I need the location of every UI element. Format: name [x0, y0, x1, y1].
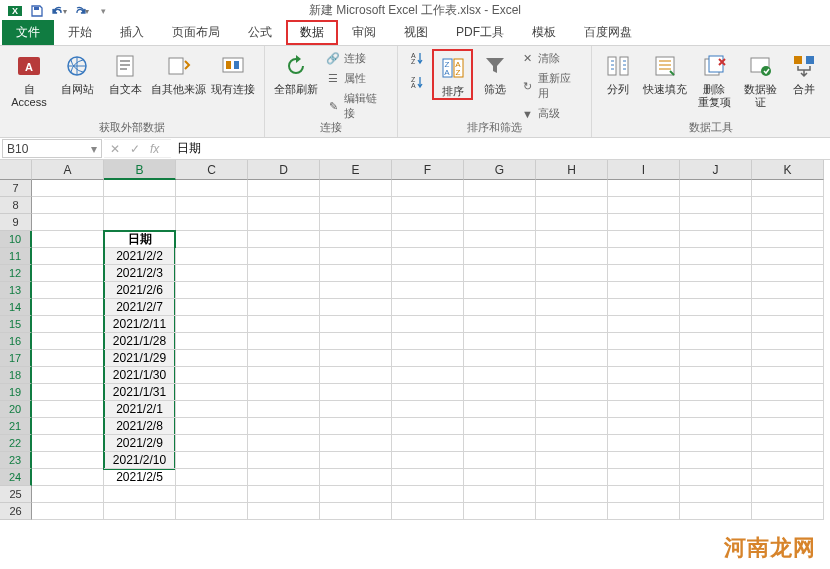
cell-G8[interactable] — [464, 197, 536, 214]
cell-J13[interactable] — [680, 282, 752, 299]
cell-A25[interactable] — [32, 486, 104, 503]
cell-K23[interactable] — [752, 452, 824, 469]
cell-K8[interactable] — [752, 197, 824, 214]
cell-G9[interactable] — [464, 214, 536, 231]
cell-G14[interactable] — [464, 299, 536, 316]
cell-A23[interactable] — [32, 452, 104, 469]
cell-D15[interactable] — [248, 316, 320, 333]
cell-J21[interactable] — [680, 418, 752, 435]
cell-A7[interactable] — [32, 180, 104, 197]
cell-F9[interactable] — [392, 214, 464, 231]
row-header-26[interactable]: 26 — [0, 503, 32, 520]
cell-E21[interactable] — [320, 418, 392, 435]
row-header-14[interactable]: 14 — [0, 299, 32, 316]
cell-C8[interactable] — [176, 197, 248, 214]
cell-I8[interactable] — [608, 197, 680, 214]
cell-K25[interactable] — [752, 486, 824, 503]
data-validation-button[interactable]: 数据验 证 — [738, 49, 782, 109]
cell-E7[interactable] — [320, 180, 392, 197]
cell-C7[interactable] — [176, 180, 248, 197]
cell-F24[interactable] — [392, 469, 464, 486]
cell-C19[interactable] — [176, 384, 248, 401]
fx-icon[interactable]: fx — [150, 142, 159, 156]
cell-E25[interactable] — [320, 486, 392, 503]
cell-H16[interactable] — [536, 333, 608, 350]
cell-F23[interactable] — [392, 452, 464, 469]
select-all-corner[interactable] — [0, 160, 32, 180]
row-header-22[interactable]: 22 — [0, 435, 32, 452]
row-header-16[interactable]: 16 — [0, 333, 32, 350]
from-access-button[interactable]: A 自 Access — [6, 49, 52, 109]
cell-K14[interactable] — [752, 299, 824, 316]
cell-D11[interactable] — [248, 248, 320, 265]
text-to-columns-button[interactable]: 分列 — [598, 49, 638, 96]
row-header-17[interactable]: 17 — [0, 350, 32, 367]
cell-C17[interactable] — [176, 350, 248, 367]
cell-C22[interactable] — [176, 435, 248, 452]
cell-C15[interactable] — [176, 316, 248, 333]
cell-B25[interactable] — [104, 486, 176, 503]
sort-desc-button[interactable]: ZA — [404, 73, 430, 91]
cell-A15[interactable] — [32, 316, 104, 333]
cell-E20[interactable] — [320, 401, 392, 418]
tab-pdf[interactable]: PDF工具 — [442, 20, 518, 45]
cell-G7[interactable] — [464, 180, 536, 197]
row-header-12[interactable]: 12 — [0, 265, 32, 282]
cell-H22[interactable] — [536, 435, 608, 452]
cell-B14[interactable]: 2021/2/7 — [104, 299, 176, 316]
cell-I19[interactable] — [608, 384, 680, 401]
cell-B15[interactable]: 2021/2/11 — [104, 316, 176, 333]
cell-I24[interactable] — [608, 469, 680, 486]
cell-A14[interactable] — [32, 299, 104, 316]
cell-C23[interactable] — [176, 452, 248, 469]
cell-G26[interactable] — [464, 503, 536, 520]
cell-C16[interactable] — [176, 333, 248, 350]
cell-E15[interactable] — [320, 316, 392, 333]
cell-E11[interactable] — [320, 248, 392, 265]
cell-J20[interactable] — [680, 401, 752, 418]
enter-icon[interactable]: ✓ — [130, 142, 140, 156]
cell-H14[interactable] — [536, 299, 608, 316]
cell-G23[interactable] — [464, 452, 536, 469]
cell-J26[interactable] — [680, 503, 752, 520]
tab-data[interactable]: 数据 — [286, 20, 338, 45]
undo-icon[interactable]: ▾ — [50, 2, 68, 20]
cell-C14[interactable] — [176, 299, 248, 316]
from-web-button[interactable]: 自网站 — [54, 49, 100, 96]
cell-J16[interactable] — [680, 333, 752, 350]
cell-E14[interactable] — [320, 299, 392, 316]
cell-C18[interactable] — [176, 367, 248, 384]
cell-H17[interactable] — [536, 350, 608, 367]
col-header-C[interactable]: C — [176, 160, 248, 180]
cell-I11[interactable] — [608, 248, 680, 265]
cell-D10[interactable] — [248, 231, 320, 248]
cell-J10[interactable] — [680, 231, 752, 248]
cell-E26[interactable] — [320, 503, 392, 520]
refresh-all-button[interactable]: 全部刷新 — [271, 49, 320, 96]
filter-button[interactable]: 筛选 — [475, 49, 514, 96]
cell-H8[interactable] — [536, 197, 608, 214]
cell-E24[interactable] — [320, 469, 392, 486]
cell-E23[interactable] — [320, 452, 392, 469]
cell-E17[interactable] — [320, 350, 392, 367]
col-header-G[interactable]: G — [464, 160, 536, 180]
from-other-button[interactable]: 自其他来源 — [150, 49, 206, 96]
cell-B22[interactable]: 2021/2/9 — [104, 435, 176, 452]
cell-B8[interactable] — [104, 197, 176, 214]
cell-D23[interactable] — [248, 452, 320, 469]
cell-B18[interactable]: 2021/1/30 — [104, 367, 176, 384]
cell-J19[interactable] — [680, 384, 752, 401]
cell-J12[interactable] — [680, 265, 752, 282]
cell-J14[interactable] — [680, 299, 752, 316]
cell-J11[interactable] — [680, 248, 752, 265]
cell-I18[interactable] — [608, 367, 680, 384]
cell-D19[interactable] — [248, 384, 320, 401]
cell-C20[interactable] — [176, 401, 248, 418]
cell-G17[interactable] — [464, 350, 536, 367]
connections-button[interactable]: 🔗连接 — [322, 49, 391, 68]
cell-F14[interactable] — [392, 299, 464, 316]
cell-A24[interactable] — [32, 469, 104, 486]
tab-home[interactable]: 开始 — [54, 20, 106, 45]
reapply-button[interactable]: ↻重新应用 — [516, 69, 585, 103]
tab-file[interactable]: 文件 — [2, 20, 54, 45]
